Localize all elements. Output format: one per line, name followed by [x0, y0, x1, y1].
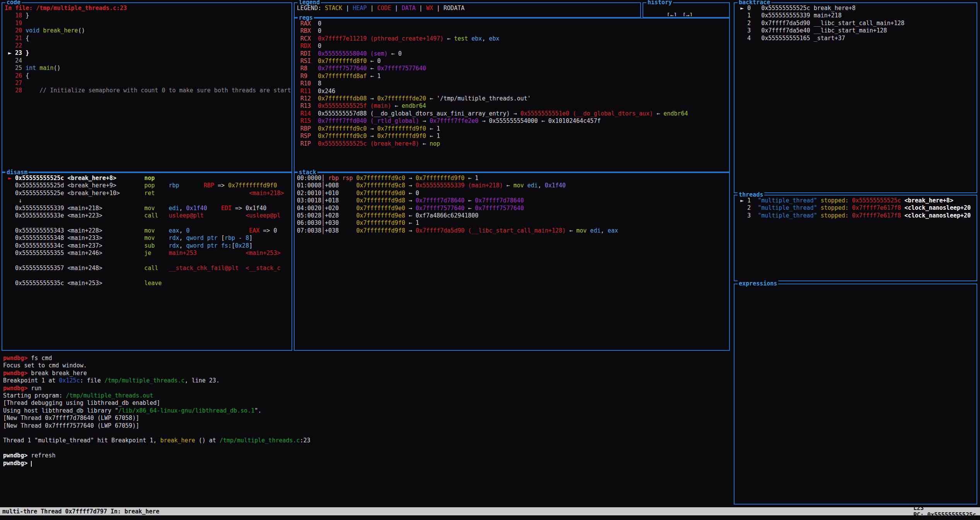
text-line: RSI 0x7fffffffd8f0 ← 0: [297, 58, 729, 65]
text-line: 2 0x7ffff7da5d90 __libc_start_call_main+…: [737, 20, 977, 27]
text-line: RCX 0x7ffff7e11219 (pthread_create+1497)…: [297, 35, 729, 42]
text-line: 02:0010│+010 0x7fffffffd9d0 ← 0: [297, 190, 729, 197]
text-line: RIP 0x55555555525c (break_here+8) ← nop: [297, 140, 729, 148]
expressions-view: [737, 286, 977, 503]
text-line: 0x555555555343 <main+228> mov eax, 0 EAX…: [5, 227, 291, 235]
text-line: 24: [5, 57, 291, 65]
text-line: RAX 0: [297, 20, 729, 27]
panel-stack: stack 00:0000│ rbp rsp 0x7fffffffd9c0 → …: [294, 172, 730, 351]
disassembly-view: ► 0x55555555525c <break_here+8> nop 0x55…: [5, 175, 291, 349]
text-line: 4 0x555555555165 _start+37: [737, 35, 977, 42]
text-line: 3 0x7ffff7da5e40 __libc_start_main+128: [737, 27, 977, 34]
text-line: 0x555555555355 <main+246> je main+253 <m…: [5, 250, 291, 257]
text-line: 03:0018│+018 0x7fffffffd9d8 → 0x7ffff7d7…: [297, 197, 729, 204]
panel-threads: threads ► 1 "multiple_thread" stopped: 0…: [734, 195, 977, 281]
text-line: 26 {: [5, 72, 291, 80]
text-line: pwndbg> fs cmd: [3, 355, 730, 362]
text-line: pwndbg> break break_here: [3, 370, 730, 377]
stack-view: 00:0000│ rbp rsp 0x7fffffffd9c0 → 0x7fff…: [297, 175, 729, 349]
prompt-label: pwndbg>: [3, 460, 31, 467]
text-line: 0x55555555535c <main+253> leave: [5, 280, 291, 287]
panel-disasm: disasm ► 0x55555555525c <break_here+8> n…: [2, 172, 292, 351]
text-line: 0x55555555533e <main+223> call usleep@pl…: [5, 212, 291, 219]
text-line: pwndbg> run: [3, 385, 730, 392]
text-line: 07:0038│+038 0x7fffffffd9f8 → 0x7ffff7da…: [297, 227, 729, 235]
legend-view: LEGEND: STACK | HEAP | CODE | DATA | WX …: [297, 5, 640, 16]
backtrace-view: ► 0 0x55555555525c break_here+8 1 0x5555…: [737, 5, 977, 192]
text-line: 21 {: [5, 35, 291, 42]
text-line: [5, 272, 291, 279]
text-line: ↓: [5, 197, 291, 204]
text-line: LEGEND: STACK | HEAP | CODE | DATA | WX …: [297, 5, 640, 12]
text-line: 18 }: [5, 12, 291, 19]
text-line: 0x55555555525d <break_here+9> pop rbp RB…: [5, 182, 291, 189]
history-forward-button[interactable]: [→]: [682, 12, 693, 16]
text-line: R10 8: [297, 80, 729, 87]
text-line: 22: [5, 42, 291, 49]
text-line: 00:0000│ rbp rsp 0x7fffffffd9c0 → 0x7fff…: [297, 175, 729, 182]
text-line: RBP 0x7fffffffd9c0 → 0x7fffffffd9f0 ← 1: [297, 125, 729, 133]
text-line: [New Thread 0x7ffff7d78640 (LWP 67058)]: [3, 415, 730, 422]
panel-expressions: expressions: [734, 284, 977, 505]
text-line: 0x55555555534c <main+237> sub rdx, qword…: [5, 242, 291, 250]
text-line: Using host libthread_db library "/lib/x8…: [3, 407, 730, 415]
status-pc-indicator: PC: 0x55555555525c: [913, 512, 976, 518]
panel-regs: regs RAX 0 RBX 0 RCX 0x7ffff7e11219 (pth…: [294, 18, 730, 172]
text-line: RBX 0: [297, 27, 729, 35]
text-line: 04:0020│+020 0x7fffffffd9e0 → 0x7ffff757…: [297, 205, 729, 212]
text-line: 0x55555555525e <break_here+10> ret <main…: [5, 190, 291, 197]
text-line: ► 0 0x55555555525c break_here+8: [737, 5, 977, 12]
text-line: ► 1 "multiple_thread" stopped: 0x5555555…: [737, 197, 977, 204]
command-input-line[interactable]: pwndbg>: [3, 460, 730, 467]
text-line: In file: /tmp/multiple_threads.c:23: [5, 5, 291, 12]
text-line: ► 0x55555555525c <break_here+8> nop: [5, 175, 291, 182]
history-back-button[interactable]: [←]: [666, 12, 677, 16]
text-line: [Thread debugging using libthread_db ena…: [3, 399, 730, 407]
console-output: pwndbg> fs cmdFocus set to cmd window.pw…: [3, 355, 730, 460]
text-cursor: [31, 461, 32, 467]
text-line: R11 0x246: [297, 88, 729, 95]
text-line: 1 0x555555555339 main+218: [737, 12, 977, 19]
panel-backtrace: backtrace ► 0 0x55555555525c break_here+…: [734, 2, 977, 193]
debugger-screen: code In file: /tmp/multiple_threads.c:23…: [0, 0, 980, 520]
text-line: pwndbg> refresh: [3, 452, 730, 459]
text-line: 01:0008│+008 0x7fffffffd9c8 → 0x55555555…: [297, 182, 729, 189]
text-line: 28 // Initialize semaphore with count 0 …: [5, 87, 291, 94]
text-line: 3 "multiple_thread" stopped: 0x7ffff7e61…: [737, 212, 977, 219]
text-line: 05:0028│+028 0x7fffffffd9e8 ← 0xf7a4866c…: [297, 212, 729, 219]
text-line: 06:0030│+030 0x7fffffffd9f0 ← 1: [297, 219, 729, 227]
text-line: Focus set to cmd window.: [3, 362, 730, 369]
text-line: RDX 0: [297, 42, 729, 50]
text-line: RSP 0x7fffffffd9c0 → 0x7fffffffd9f0 ← 1: [297, 133, 729, 140]
source-code-view: In file: /tmp/multiple_threads.c:23 18 }…: [5, 5, 291, 171]
text-line: R9 0x7fffffffd8af ← 1: [297, 73, 729, 80]
status-line-indicator: L23: [913, 505, 924, 512]
text-line: R12 0x7fffffffdb08 → 0x7fffffffde20 ← '/…: [297, 95, 729, 102]
text-line: Starting program: /tmp/multiple_threads.…: [3, 392, 730, 399]
text-line: R13 0x55555555525f (main) ← endbr64: [297, 102, 729, 110]
text-line: R15 0x7ffff7ffd040 (_rtld_global) → 0x7f…: [297, 117, 729, 125]
text-line: [3, 445, 730, 452]
threads-view: ► 1 "multiple_thread" stopped: 0x5555555…: [737, 197, 977, 280]
console: pwndbg> fs cmdFocus set to cmd window.pw…: [3, 355, 730, 467]
registers-view: RAX 0 RBX 0 RCX 0x7ffff7e11219 (pthread_…: [297, 20, 729, 171]
text-line: [5, 219, 291, 227]
text-line: R14 0x555555557d88 (__do_global_dtors_au…: [297, 110, 729, 117]
text-line: Thread 1 "multiple_thread" hit Breakpoin…: [3, 437, 730, 444]
text-line: 0x555555555339 <main+218> mov edi, 0x1f4…: [5, 205, 291, 212]
text-line: 0x555555555348 <main+233> mov rdx, qword…: [5, 235, 291, 242]
text-line: 19: [5, 20, 291, 27]
text-line: ► 23 }: [5, 49, 291, 57]
status-bar: multi-thre Thread 0x7ffff7d797 In: break…: [0, 507, 980, 515]
panel-legend: legend LEGEND: STACK | HEAP | CODE | DAT…: [294, 2, 641, 18]
text-line: 27: [5, 80, 291, 87]
panel-history: history [←][→]: [643, 2, 730, 18]
text-line: 20 void break_here(): [5, 27, 291, 34]
text-line: 25 int main(): [5, 65, 291, 72]
text-line: R8 0x7ffff7577640 ← 0x7ffff7577640: [297, 65, 729, 72]
text-line: 2 "multiple_thread" stopped: 0x7ffff7e61…: [737, 204, 977, 212]
text-line: Breakpoint 1 at 0x125c: file /tmp/multip…: [3, 377, 730, 384]
text-line: RDI 0x555555558040 (sem) ← 0: [297, 50, 729, 58]
status-thread-info: multi-thre Thread 0x7ffff7d797 In: break…: [2, 508, 159, 515]
panel-code: code In file: /tmp/multiple_threads.c:23…: [2, 2, 292, 172]
